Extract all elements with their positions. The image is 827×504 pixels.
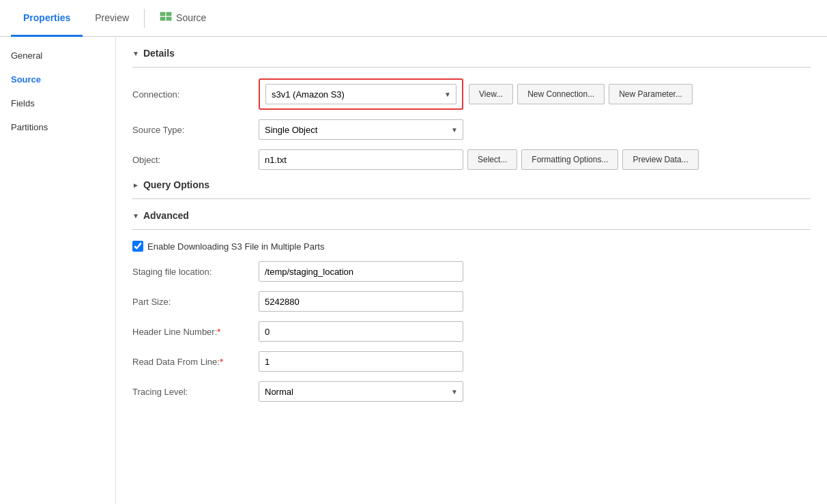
tab-source-label: Source — [176, 12, 206, 23]
header-line-number-label: Header Line Number:* — [132, 327, 259, 337]
preview-data-button[interactable]: Preview Data... — [622, 149, 698, 170]
staging-file-location-input[interactable] — [259, 261, 463, 282]
connection-wrapper: s3v1 (Amazon S3) ▼ — [259, 78, 463, 110]
read-data-from-line-label: Read Data From Line:* — [132, 357, 259, 367]
sidebar-fields-label: Fields — [11, 98, 35, 108]
new-parameter-button[interactable]: New Parameter... — [609, 84, 693, 104]
tracing-select-wrap: None Terse Normal Verbose Full ▼ — [259, 381, 463, 402]
header-line-number-input[interactable] — [259, 321, 463, 342]
part-size-label: Part Size: — [132, 297, 259, 307]
svg-rect-2 — [160, 17, 165, 20]
staging-file-location-row: Staging file location: — [132, 261, 811, 282]
source-type-row: Source Type: Single Object Multiple Obje… — [132, 119, 811, 140]
connection-label: Connection: — [132, 89, 259, 100]
object-input-wrap: Select... Formatting Options... Preview … — [259, 149, 699, 170]
source-type-label: Source Type: — [132, 125, 259, 135]
svg-rect-1 — [166, 12, 171, 16]
source-tab-icon — [160, 12, 172, 24]
tab-properties[interactable]: Properties — [11, 0, 83, 37]
read-data-required-star: * — [220, 357, 223, 367]
object-label: Object: — [132, 155, 259, 165]
tracing-level-select[interactable]: None Terse Normal Verbose Full — [259, 381, 463, 402]
query-options-section: ► Query Options — [132, 179, 811, 199]
svg-rect-3 — [166, 17, 171, 20]
source-type-select[interactable]: Single Object Multiple Objects Query — [259, 119, 463, 140]
enable-downloading-row: Enable Downloading S3 File in Multiple P… — [132, 241, 811, 252]
details-section-title: Details — [143, 48, 175, 59]
sidebar-item-fields[interactable]: Fields — [0, 91, 115, 115]
tab-divider — [144, 9, 145, 28]
select-button[interactable]: Select... — [467, 149, 517, 170]
sidebar-item-source[interactable]: Source — [0, 68, 115, 91]
query-options-header[interactable]: ► Query Options — [132, 179, 811, 190]
tab-properties-label: Properties — [23, 12, 70, 23]
main-layout: General Source Fields Partitions ▼ Detai… — [0, 37, 827, 504]
header-line-required-star: * — [217, 327, 220, 337]
formatting-options-button[interactable]: Formatting Options... — [521, 149, 618, 170]
tab-preview[interactable]: Preview — [83, 0, 141, 37]
view-button[interactable]: View... — [469, 84, 513, 104]
enable-downloading-checkbox[interactable] — [132, 241, 143, 252]
read-data-from-line-input[interactable] — [259, 351, 463, 372]
svg-rect-0 — [160, 12, 165, 16]
object-input[interactable] — [259, 149, 463, 170]
header-line-number-row: Header Line Number:* — [132, 321, 811, 342]
sidebar-source-label: Source — [11, 74, 41, 85]
advanced-section-header: ▼ Advanced — [132, 210, 811, 221]
connection-row: Connection: s3v1 (Amazon S3) ▼ View... N… — [132, 78, 811, 110]
content-area: ▼ Details Connection: s3v1 (Amazon S3) ▼… — [116, 37, 827, 504]
details-divider — [132, 67, 811, 68]
sidebar-partitions-label: Partitions — [11, 122, 48, 132]
tracing-level-row: Tracing Level: None Terse Normal Verbose… — [132, 381, 811, 402]
advanced-collapse-arrow[interactable]: ▼ — [132, 212, 139, 220]
source-type-select-wrap: Single Object Multiple Objects Query ▼ — [259, 119, 463, 140]
query-options-expand-arrow: ► — [132, 181, 139, 189]
read-data-from-line-row: Read Data From Line:* — [132, 351, 811, 372]
new-connection-button[interactable]: New Connection... — [517, 84, 605, 104]
tracing-level-label: Tracing Level: — [132, 387, 259, 397]
sidebar-item-general[interactable]: General — [0, 44, 115, 68]
part-size-input[interactable] — [259, 291, 463, 312]
connection-select[interactable]: s3v1 (Amazon S3) — [265, 84, 456, 104]
sidebar: General Source Fields Partitions — [0, 37, 116, 504]
connection-buttons: View... New Connection... New Parameter.… — [469, 84, 693, 104]
enable-downloading-label: Enable Downloading S3 File in Multiple P… — [147, 241, 324, 252]
connection-select-wrap: s3v1 (Amazon S3) ▼ — [265, 84, 456, 104]
top-tabs: Properties Preview Source — [0, 0, 827, 37]
advanced-divider — [132, 229, 811, 230]
sidebar-item-partitions[interactable]: Partitions — [0, 115, 115, 139]
details-collapse-arrow[interactable]: ▼ — [132, 50, 139, 57]
object-row: Object: Select... Formatting Options... … — [132, 149, 811, 170]
query-options-title: Query Options — [143, 179, 209, 190]
tab-preview-label: Preview — [95, 12, 129, 23]
part-size-row: Part Size: — [132, 291, 811, 312]
sidebar-general-label: General — [11, 50, 42, 61]
details-section-header: ▼ Details — [132, 48, 811, 59]
tab-source[interactable]: Source — [147, 0, 218, 37]
staging-file-location-label: Staging file location: — [132, 267, 259, 277]
advanced-section-title: Advanced — [143, 210, 189, 221]
